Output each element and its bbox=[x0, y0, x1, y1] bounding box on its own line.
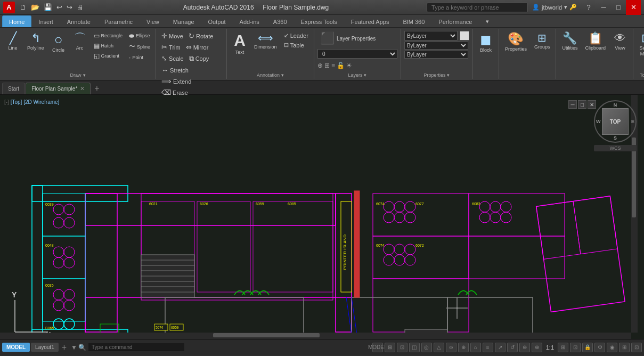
drawing-canvas[interactable]: PRINTER ISLAND 0039 0048 0035 B065 6021 … bbox=[0, 95, 644, 339]
tab-view[interactable]: View bbox=[140, 15, 166, 27]
viewcube[interactable]: N S E W TOP WCS bbox=[594, 100, 637, 153]
block-tool[interactable]: ◼ Block bbox=[476, 31, 495, 54]
open-btn[interactable]: 📂 bbox=[29, 2, 41, 12]
new-btn[interactable]: 🗋 bbox=[18, 2, 28, 12]
annotation-dropdown-icon[interactable]: ▾ bbox=[281, 72, 284, 78]
app-icon[interactable]: A bbox=[3, 2, 15, 13]
rotate-tool[interactable]: ↻Rotate bbox=[186, 31, 215, 41]
linetype-select[interactable]: ByLayer bbox=[404, 42, 468, 50]
layout-icons[interactable]: ⊞ bbox=[619, 343, 630, 352]
extend-tool[interactable]: ⟹Extend bbox=[159, 76, 193, 86]
polyline-tool[interactable]: ↰ Polyline bbox=[25, 31, 47, 52]
tab-manage[interactable]: Manage bbox=[166, 15, 201, 27]
viewcube-face[interactable]: TOP bbox=[602, 108, 629, 135]
isolate-icon[interactable]: ◉ bbox=[607, 343, 617, 352]
tab-featured-apps[interactable]: Featured Apps bbox=[344, 15, 396, 27]
redo-btn[interactable]: ↪ bbox=[65, 2, 74, 12]
tab-parametric[interactable]: Parametric bbox=[97, 15, 140, 27]
workspace-icon[interactable]: ⊡ bbox=[570, 343, 581, 352]
line-tool[interactable]: ╱ Line bbox=[3, 31, 22, 52]
username[interactable]: jtbworld bbox=[542, 4, 562, 11]
lock-icon[interactable]: 🔒 bbox=[582, 343, 593, 352]
spline-tool[interactable]: 〜 Spline bbox=[127, 41, 152, 52]
tab-insert[interactable]: Insert bbox=[31, 15, 60, 27]
select-cycle-icon[interactable]: ↺ bbox=[507, 343, 518, 352]
command-input[interactable] bbox=[88, 343, 184, 351]
dyn-icon[interactable]: ⌂ bbox=[470, 343, 481, 352]
move-tool[interactable]: ✛Move bbox=[159, 31, 185, 41]
stretch-tool[interactable]: ↔Stretch bbox=[159, 65, 191, 75]
sign-in-icon[interactable]: 🔑 bbox=[569, 4, 577, 11]
cmd-search-icon[interactable]: 🔍 bbox=[78, 344, 86, 351]
snap-icon[interactable]: ⊡ bbox=[397, 343, 407, 352]
polar-icon[interactable]: ◎ bbox=[421, 343, 432, 352]
tab-bim360[interactable]: BIM 360 bbox=[396, 15, 431, 27]
help-btn[interactable]: ? bbox=[581, 0, 596, 15]
arc-tool[interactable]: ⌒ Arc bbox=[70, 31, 89, 52]
clipboard-tool[interactable]: 📋 Clipboard bbox=[582, 31, 608, 52]
copy-tool[interactable]: ⧉Copy bbox=[187, 53, 211, 64]
dynucs-icon[interactable]: ⊕ bbox=[532, 343, 542, 352]
trans-icon[interactable]: ↗ bbox=[495, 343, 506, 352]
select-mode-tool[interactable]: ⊡ SelectMode bbox=[637, 31, 644, 59]
add-tab-btn[interactable]: + bbox=[91, 83, 102, 94]
view-tool[interactable]: 👁 View bbox=[610, 31, 630, 52]
save-btn[interactable]: 💾 bbox=[42, 2, 54, 12]
search-input[interactable] bbox=[427, 3, 528, 12]
scale-tool[interactable]: ⤡Scale bbox=[159, 53, 186, 63]
vp-minimize-btn[interactable]: ─ bbox=[568, 100, 577, 109]
close-btn[interactable]: ✕ bbox=[626, 0, 641, 15]
color-swatch[interactable] bbox=[460, 31, 469, 41]
view-controls-label[interactable]: [-] [Top] [2D Wireframe] bbox=[4, 99, 59, 105]
annotation-icon[interactable]: ⊞ bbox=[558, 343, 568, 352]
tab-output[interactable]: Output bbox=[201, 15, 233, 27]
minimize-btn[interactable]: ─ bbox=[596, 0, 611, 15]
tab-addins[interactable]: Add-ins bbox=[233, 15, 266, 27]
point-tool[interactable]: · Point bbox=[127, 53, 152, 62]
3dosnap-icon[interactable]: ⊛ bbox=[519, 343, 530, 352]
properties-palette-tool[interactable]: 🎨 Properties bbox=[502, 31, 529, 53]
mirror-tool[interactable]: ⇔Mirror bbox=[184, 42, 211, 52]
vp-restore-btn[interactable]: □ bbox=[578, 100, 586, 109]
layout1-tab-btn[interactable]: Layout1 bbox=[31, 343, 59, 352]
osnap-icon[interactable]: △ bbox=[434, 343, 444, 352]
canvas-area[interactable]: [-] [Top] [2D Wireframe] ─ □ ✕ N S E W T… bbox=[0, 95, 644, 339]
layer-icon-3[interactable]: ≡ bbox=[331, 62, 335, 69]
maximize-btn[interactable]: □ bbox=[611, 0, 626, 15]
tab-close-icon[interactable]: ✕ bbox=[80, 85, 85, 92]
cmd-gear-icon[interactable]: ▼ bbox=[71, 344, 77, 351]
groups-tool[interactable]: ⊞ Groups bbox=[532, 31, 553, 51]
undo-btn[interactable]: ↩ bbox=[55, 2, 64, 12]
layer-icon-5[interactable]: ☀ bbox=[346, 62, 352, 69]
table-tool[interactable]: ⊟Table bbox=[282, 41, 311, 50]
tab-more[interactable]: ▾ bbox=[479, 15, 496, 27]
color-select[interactable]: ByLayer bbox=[404, 31, 458, 41]
text-tool[interactable]: A Text bbox=[230, 31, 249, 56]
properties-dropdown-icon[interactable]: ▾ bbox=[447, 72, 450, 78]
add-layout-btn[interactable]: + bbox=[60, 343, 69, 352]
hardware-icon[interactable]: ⚙ bbox=[594, 343, 605, 352]
dimension-tool[interactable]: ⟺ Dimension bbox=[251, 31, 280, 51]
tab-home[interactable]: Home bbox=[2, 15, 31, 27]
compass-ring[interactable]: N S E W TOP bbox=[594, 100, 637, 143]
tab-a360[interactable]: A360 bbox=[266, 15, 294, 27]
layer-icon-2[interactable]: ⊞ bbox=[324, 62, 330, 69]
ortho-icon[interactable]: ◫ bbox=[409, 343, 420, 352]
clean-screen[interactable]: ⊡ bbox=[631, 343, 642, 352]
leader-tool[interactable]: ↙Leader bbox=[282, 31, 311, 40]
ducs-icon[interactable]: ⊕ bbox=[458, 343, 469, 352]
model-tab-btn[interactable]: MODEL bbox=[2, 343, 30, 352]
layer-icon-4[interactable]: 🔓 bbox=[337, 62, 345, 69]
otrack-icon[interactable]: ∞ bbox=[446, 343, 456, 352]
trim-tool[interactable]: ✂Trim bbox=[159, 42, 183, 52]
rectangle-tool[interactable]: ▭ Rectangle bbox=[92, 31, 125, 41]
ellipse-tool[interactable]: ⬬ Ellipse bbox=[127, 31, 152, 41]
user-dropdown-icon[interactable]: ▾ bbox=[564, 4, 567, 11]
lw-icon[interactable]: ≡ bbox=[483, 343, 493, 352]
draw-dropdown-icon[interactable]: ▾ bbox=[83, 72, 86, 78]
circle-tool[interactable]: ○ Circle bbox=[49, 31, 68, 54]
hatch-tool[interactable]: ▦ Hatch bbox=[92, 41, 125, 51]
layer-dropdown[interactable]: 0 bbox=[317, 49, 397, 59]
lineweight-select[interactable]: ByLayer bbox=[404, 51, 468, 59]
layer-properties-tool[interactable]: ⬛ Layer Properties bbox=[317, 31, 378, 47]
